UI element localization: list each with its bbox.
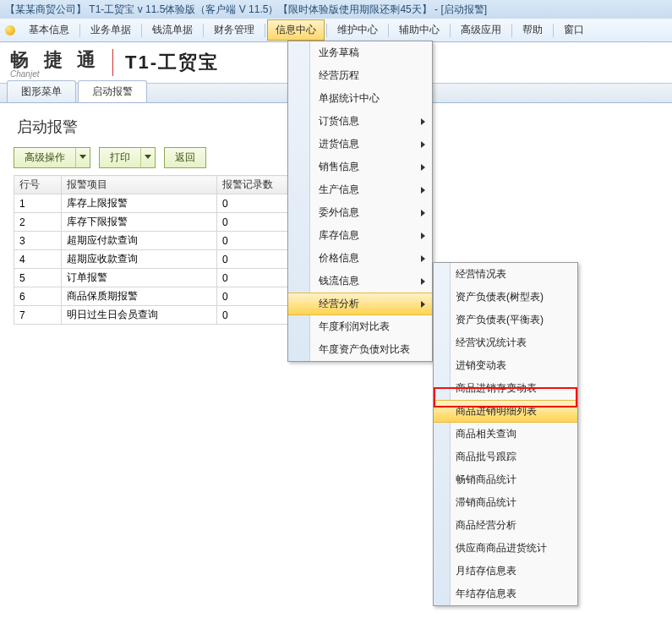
tab-graphic-menu[interactable]: 图形菜单 xyxy=(7,80,76,102)
grid-header[interactable]: 行号 xyxy=(14,176,62,194)
dropdown-item[interactable]: 钱流信息 xyxy=(288,270,432,293)
dropdown-item[interactable]: 商品进销明细列表 xyxy=(434,400,577,423)
dropdown-item[interactable]: 经营状况统计表 xyxy=(434,331,577,354)
dropdown-item[interactable]: 经营情况表 xyxy=(434,263,577,286)
dropdown-item[interactable]: 年度利润对比表 xyxy=(288,315,432,338)
dropdown-item[interactable]: 资产负债表(树型表) xyxy=(434,286,577,309)
logo-brand: 畅 捷 通 xyxy=(10,49,101,70)
grid-header[interactable]: 报警项目 xyxy=(62,176,217,194)
table-cell: 1 xyxy=(14,194,62,213)
dropdown-item[interactable]: 畅销商品统计 xyxy=(434,468,577,491)
advanced-dropdown-arrow[interactable] xyxy=(75,147,90,168)
main-menubar: 基本信息 业务单据 钱流单据 财务管理 信息中心 维护中心 辅助中心 高级应用 … xyxy=(0,19,672,42)
app-icon xyxy=(5,25,15,36)
table-cell: 7 xyxy=(14,306,62,325)
dropdown-item[interactable]: 生产信息 xyxy=(288,178,432,201)
window-titlebar: 【某某商贸公司】 T1-工贸宝 v 11.5体验版（客户端 V 11.5）【限时… xyxy=(0,0,672,19)
print-dropdown-arrow[interactable] xyxy=(140,147,156,168)
dropdown-item[interactable]: 单据统计中心 xyxy=(288,87,432,110)
table-cell: 订单报警 xyxy=(62,269,217,287)
table-cell: 明日过生日会员查询 xyxy=(62,306,217,325)
chevron-down-icon xyxy=(145,155,151,159)
table-cell: 超期应收款查询 xyxy=(62,250,217,269)
menu-window[interactable]: 窗口 xyxy=(555,19,593,41)
dropdown-item[interactable]: 销售信息 xyxy=(288,156,432,178)
table-cell: 6 xyxy=(14,287,62,306)
dropdown-item[interactable]: 进销变动表 xyxy=(434,354,577,377)
table-cell: 库存上限报警 xyxy=(62,194,217,213)
dropdown-item[interactable]: 滞销商品统计 xyxy=(434,491,577,514)
table-cell: 3 xyxy=(14,232,62,250)
chevron-down-icon xyxy=(79,155,86,159)
advanced-button-group: 高级操作 xyxy=(14,147,90,168)
dropdown-item[interactable]: 进货信息 xyxy=(288,133,432,156)
dropdown-item[interactable]: 经营历程 xyxy=(288,64,432,87)
advanced-button[interactable]: 高级操作 xyxy=(14,147,75,168)
menu-basic-info[interactable]: 基本信息 xyxy=(20,19,78,41)
back-button[interactable]: 返回 xyxy=(164,147,206,168)
dropdown-item[interactable]: 商品相关查询 xyxy=(434,423,577,446)
menu-help[interactable]: 帮助 xyxy=(514,19,551,41)
table-cell: 商品保质期报警 xyxy=(62,287,217,306)
logo-divider xyxy=(112,49,113,76)
print-button-group: 打印 xyxy=(99,147,156,168)
dropdown-item[interactable]: 年度资产负债对比表 xyxy=(288,338,432,361)
dropdown-item[interactable]: 商品进销存变动表 xyxy=(434,377,577,400)
logo-product: T1-工贸宝 xyxy=(125,50,219,75)
menu-maintain[interactable]: 维护中心 xyxy=(329,19,386,41)
dropdown-item[interactable]: 月结存信息表 xyxy=(434,560,577,582)
dropdown-item[interactable]: 供应商商品进货统计 xyxy=(434,537,577,560)
table-cell: 5 xyxy=(14,269,62,287)
table-cell: 库存下限报警 xyxy=(62,213,217,232)
table-cell: 2 xyxy=(14,213,62,232)
logo-sub: Chanjet xyxy=(10,69,101,79)
dropdown-item[interactable]: 业务草稿 xyxy=(288,41,432,64)
info-center-dropdown: 业务草稿经营历程单据统计中心订货信息进货信息销售信息生产信息委外信息库存信息价格… xyxy=(287,41,433,362)
menu-advanced[interactable]: 高级应用 xyxy=(452,19,510,41)
print-button[interactable]: 打印 xyxy=(99,147,140,168)
table-cell: 超期应付款查询 xyxy=(62,232,217,250)
menu-assist[interactable]: 辅助中心 xyxy=(391,19,448,41)
dropdown-item[interactable]: 价格信息 xyxy=(288,247,432,270)
table-cell: 4 xyxy=(14,250,62,269)
menu-cashflow-doc[interactable]: 钱流单据 xyxy=(144,19,201,41)
menu-info-center[interactable]: 信息中心 xyxy=(267,19,325,41)
business-analysis-submenu: 经营情况表资产负债表(树型表)资产负债表(平衡表)经营状况统计表进销变动表商品进… xyxy=(433,262,578,606)
dropdown-item[interactable]: 年结存信息表 xyxy=(434,582,577,605)
dropdown-item[interactable]: 经营分析 xyxy=(288,293,432,315)
dropdown-item[interactable]: 商品经营分析 xyxy=(434,514,577,537)
dropdown-item[interactable]: 资产负债表(平衡表) xyxy=(434,309,577,331)
dropdown-item[interactable]: 商品批号跟踪 xyxy=(434,446,577,468)
dropdown-item[interactable]: 订货信息 xyxy=(288,110,432,133)
dropdown-item[interactable]: 委外信息 xyxy=(288,201,432,224)
tab-startup-alarm[interactable]: 启动报警 xyxy=(78,80,147,102)
menu-business-doc[interactable]: 业务单据 xyxy=(82,19,139,41)
dropdown-item[interactable]: 库存信息 xyxy=(288,224,432,247)
menu-finance[interactable]: 财务管理 xyxy=(205,19,263,41)
